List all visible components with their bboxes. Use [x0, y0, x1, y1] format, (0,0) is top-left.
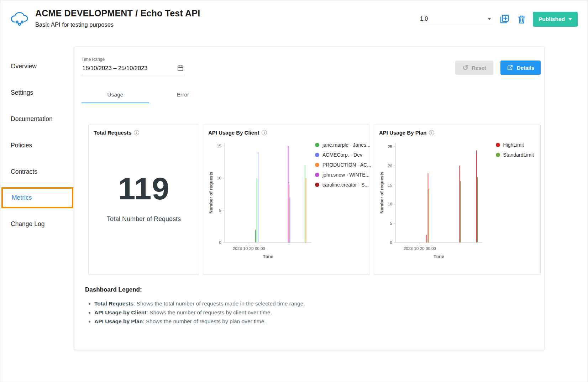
- sidebar-item-contracts[interactable]: Contracts: [0, 158, 74, 185]
- svg-text:10: 10: [388, 202, 392, 206]
- svg-text:2023-10-20 00:00: 2023-10-20 00:00: [233, 246, 265, 251]
- sidebar: Overview Settings Documentation Policies…: [0, 40, 74, 237]
- time-range-label: Time Range: [82, 57, 185, 62]
- trash-icon: [517, 15, 526, 24]
- svg-text:Time: Time: [263, 254, 273, 259]
- tab-error[interactable]: Error: [149, 86, 217, 103]
- client-chart-area: 0510152023-10-20 00:00TimeNumber of requ…: [208, 136, 365, 262]
- version-select[interactable]: 1.0: [419, 14, 493, 25]
- card-title: Total Requests i: [94, 130, 194, 136]
- time-range-input[interactable]: 18/10/2023 – 25/10/2023: [82, 63, 185, 75]
- plan-chart-area: 05101520252023-10-20 00:00TimeNumber of …: [379, 136, 535, 262]
- card-title: API Usage By Plan i: [379, 130, 535, 136]
- svg-text:10: 10: [217, 176, 221, 180]
- legend-label: StandardLimit: [503, 152, 534, 158]
- app-logo-cloud-icon: [10, 9, 29, 29]
- reset-icon: ↺: [462, 64, 468, 71]
- svg-text:Time: Time: [434, 254, 444, 259]
- legend-dot-icon: [315, 183, 319, 187]
- usage-by-client-card: API Usage By Client i 0510152023-10-20 0…: [203, 125, 370, 275]
- legend-item[interactable]: PRODUCTION - AC...: [315, 162, 371, 168]
- legend-dot-icon: [496, 143, 500, 147]
- metrics-panel: Time Range 18/10/2023 – 25/10/2023 ↺: [74, 47, 545, 350]
- legend-dot-icon: [315, 153, 319, 157]
- tab-bar: Usage Error: [82, 86, 541, 103]
- svg-text:2023-10-20 00:00: 2023-10-20 00:00: [404, 246, 436, 251]
- add-version-button[interactable]: [498, 13, 510, 25]
- legend-label: john.snow - WINTE...: [322, 172, 369, 178]
- legend-label: PRODUCTION - AC...: [322, 162, 371, 168]
- chevron-down-icon: [568, 18, 572, 20]
- plan-chart-legend: HighLimitStandardLimit: [496, 142, 534, 262]
- external-link-icon: [507, 64, 513, 71]
- chevron-down-icon: [488, 18, 491, 20]
- reset-label: Reset: [472, 65, 486, 71]
- calendar-icon[interactable]: [177, 64, 184, 72]
- sidebar-item-metrics[interactable]: Metrics: [3, 189, 72, 207]
- app-window: ACME DEVELOPMENT / Echo Test API Basic A…: [0, 0, 588, 382]
- toolbar-buttons: ↺ Reset Details: [455, 61, 541, 75]
- list-item: API Usage by Client: Shows the number of…: [94, 309, 541, 316]
- legend-item[interactable]: HighLimit: [496, 142, 534, 148]
- time-range-value: 18/10/2023 – 25/10/2023: [82, 65, 148, 72]
- legend-item[interactable]: caroline.creator - S...: [315, 182, 371, 188]
- legend-dot-icon: [315, 163, 319, 167]
- svg-text:20: 20: [388, 164, 392, 168]
- legend-label: ACMECorp. - Dev: [322, 152, 362, 158]
- card-title: API Usage By Client i: [208, 130, 365, 136]
- annotation-highlight-box: Metrics: [1, 187, 73, 208]
- legend-item[interactable]: ACMECorp. - Dev: [315, 152, 371, 158]
- info-icon[interactable]: i: [134, 130, 139, 135]
- sidebar-item-overview[interactable]: Overview: [0, 53, 74, 79]
- header-actions: 1.0 Pu: [419, 12, 578, 27]
- sidebar-item-documentation[interactable]: Documentation: [0, 106, 74, 132]
- dashboard-legend: Dashboard Legend: Total Requests: Shows …: [85, 286, 541, 325]
- list-item: API Usage by Plan: Shows the number of r…: [94, 318, 541, 325]
- svg-text:15: 15: [217, 144, 221, 148]
- svg-text:Number of requests: Number of requests: [209, 172, 214, 214]
- svg-text:0: 0: [219, 240, 221, 245]
- tab-usage[interactable]: Usage: [82, 86, 149, 103]
- legend-item[interactable]: StandardLimit: [496, 152, 534, 158]
- list-item: Total Requests: Shows the total number o…: [94, 300, 541, 307]
- delete-button[interactable]: [516, 14, 527, 25]
- title-block: ACME DEVELOPMENT / Echo Test API Basic A…: [35, 8, 200, 28]
- legend-dot-icon: [315, 143, 319, 147]
- legend-item[interactable]: jane.marple - Janes...: [315, 142, 371, 148]
- metrics-toolbar: Time Range 18/10/2023 – 25/10/2023 ↺: [82, 57, 541, 75]
- svg-text:5: 5: [219, 208, 221, 213]
- total-requests-value: 119: [118, 171, 170, 207]
- version-value: 1.0: [420, 16, 428, 22]
- plan-usage-plot: 05101520252023-10-20 00:00TimeNumber of …: [379, 136, 486, 261]
- legend-label: caroline.creator - S...: [322, 182, 369, 188]
- sidebar-item-policies[interactable]: Policies: [0, 132, 74, 158]
- svg-text:15: 15: [388, 183, 392, 187]
- time-range-field: Time Range 18/10/2023 – 25/10/2023: [82, 57, 185, 75]
- header: ACME DEVELOPMENT / Echo Test API Basic A…: [0, 0, 588, 40]
- plan-usage-chart: 05101520252023-10-20 00:00TimeNumber of …: [379, 136, 486, 262]
- usage-by-plan-card: API Usage By Plan i 05101520252023-10-20…: [374, 125, 541, 275]
- legend-item[interactable]: john.snow - WINTE...: [315, 172, 371, 178]
- svg-text:5: 5: [390, 221, 392, 225]
- legend-dot-icon: [496, 153, 500, 157]
- reset-button[interactable]: ↺ Reset: [455, 61, 493, 75]
- info-icon[interactable]: i: [262, 130, 267, 135]
- dashboard-legend-list: Total Requests: Shows the total number o…: [85, 300, 541, 325]
- svg-text:Number of requests: Number of requests: [379, 172, 384, 214]
- published-button[interactable]: Published: [533, 12, 578, 27]
- legend-label: HighLimit: [503, 142, 524, 148]
- info-icon[interactable]: i: [429, 130, 434, 135]
- details-label: Details: [517, 65, 534, 71]
- library-add-icon: [499, 14, 510, 25]
- client-usage-chart: 0510152023-10-20 00:00TimeNumber of requ…: [208, 136, 315, 262]
- client-usage-plot: 0510152023-10-20 00:00TimeNumber of requ…: [208, 136, 315, 261]
- svg-text:25: 25: [388, 145, 392, 149]
- details-button[interactable]: Details: [500, 61, 541, 75]
- page-subtitle: Basic API for testing purposes: [35, 21, 200, 28]
- total-requests-body: 119 Total Number of Requests: [94, 136, 194, 270]
- page-title: ACME DEVELOPMENT / Echo Test API: [35, 8, 200, 19]
- client-chart-legend: jane.marple - Janes...ACMECorp. - DevPRO…: [315, 142, 371, 262]
- sidebar-item-change-log[interactable]: Change Log: [0, 211, 74, 237]
- sidebar-item-settings[interactable]: Settings: [0, 79, 74, 106]
- total-requests-caption: Total Number of Requests: [107, 215, 181, 223]
